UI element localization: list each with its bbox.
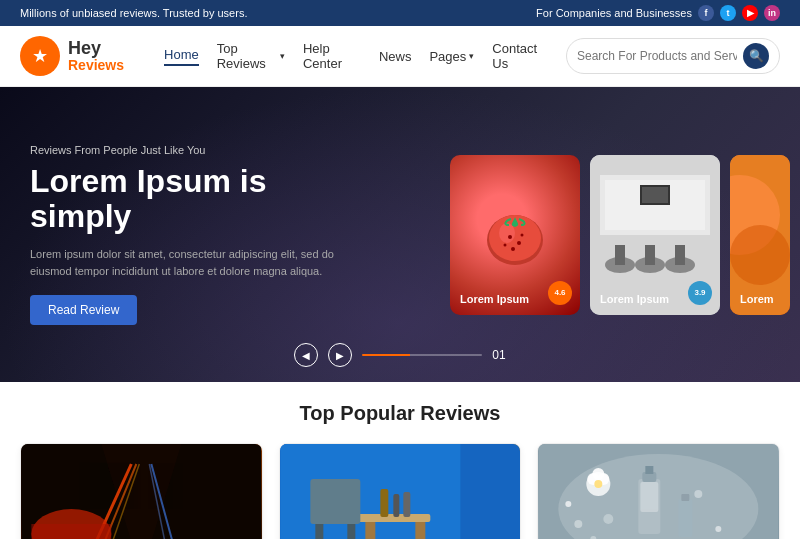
- search-box: 🔍: [566, 38, 780, 74]
- svg-point-4: [517, 241, 521, 245]
- product-card-1[interactable]: Product Title Here Product Category 4.3: [20, 443, 263, 539]
- svg-rect-33: [350, 514, 430, 522]
- svg-point-5: [511, 247, 515, 251]
- svg-point-2: [499, 223, 515, 243]
- hero-title: Lorem Ipsum is simply: [30, 164, 350, 234]
- search-input[interactable]: [577, 49, 737, 63]
- svg-point-21: [730, 225, 790, 285]
- main-nav: Home Top Reviews ▾ Help Center News Page…: [164, 41, 546, 71]
- svg-rect-37: [393, 494, 399, 517]
- nav-help-center[interactable]: Help Center: [303, 41, 361, 71]
- svg-rect-34: [365, 522, 375, 539]
- svg-point-49: [716, 526, 722, 532]
- logo[interactable]: ★ Hey Reviews: [20, 36, 124, 76]
- svg-rect-55: [682, 494, 690, 501]
- logo-icon: ★: [20, 36, 60, 76]
- svg-rect-40: [315, 524, 323, 539]
- nav-contact[interactable]: Contact Us: [492, 41, 546, 71]
- slider-progress: [362, 354, 482, 356]
- svg-point-46: [604, 514, 614, 524]
- top-bar: Millions of unbiased reviews. Trusted by…: [0, 0, 800, 26]
- product-image-1: [21, 444, 262, 539]
- svg-rect-38: [403, 492, 410, 517]
- card-2-label: Lorem Ipsum: [600, 293, 669, 305]
- header: ★ Hey Reviews Home Top Reviews ▾ Help Ce…: [0, 26, 800, 87]
- svg-point-6: [521, 233, 524, 236]
- twitter-icon[interactable]: t: [720, 5, 736, 21]
- svg-rect-52: [646, 466, 654, 474]
- hero-tag: Reviews From People Just Like You: [30, 144, 350, 156]
- svg-point-60: [595, 480, 603, 488]
- hero-content: Reviews From People Just Like You Lorem …: [0, 114, 380, 355]
- svg-rect-39: [310, 479, 360, 524]
- card-2-badge: 3.9: [688, 281, 712, 305]
- product-image-3: [538, 444, 779, 539]
- svg-point-7: [504, 243, 507, 246]
- logo-star: ★: [32, 45, 48, 67]
- nav-news[interactable]: News: [379, 49, 412, 64]
- hero-section: Reviews From People Just Like You Lorem …: [0, 87, 800, 382]
- instagram-icon[interactable]: in: [764, 5, 780, 21]
- svg-point-3: [508, 235, 512, 239]
- card-1-badge: 4.6: [548, 281, 572, 305]
- svg-rect-35: [415, 522, 425, 539]
- svg-rect-30: [31, 524, 111, 539]
- facebook-icon[interactable]: f: [698, 5, 714, 21]
- logo-hey: Hey: [68, 39, 124, 57]
- hero-card-1[interactable]: Lorem Ipsum 4.6: [450, 155, 580, 315]
- top-bar-right: For Companies and Businesses f t ▶ in: [536, 5, 780, 21]
- search-icon: 🔍: [749, 49, 764, 63]
- svg-rect-18: [675, 245, 685, 265]
- popular-title: Top Popular Reviews: [20, 402, 780, 425]
- top-bar-left: Millions of unbiased reviews. Trusted by…: [20, 7, 247, 19]
- slider-number: 01: [492, 348, 505, 362]
- svg-point-48: [695, 490, 703, 498]
- nav-top-reviews[interactable]: Top Reviews ▾: [217, 41, 285, 71]
- search-button[interactable]: 🔍: [743, 43, 769, 69]
- product-card-3[interactable]: Product Title Here Product Category 3.9: [537, 443, 780, 539]
- logo-reviews: Reviews: [68, 57, 124, 73]
- chevron-down-icon-2: ▾: [469, 51, 474, 61]
- svg-rect-53: [641, 482, 659, 512]
- svg-rect-54: [679, 499, 693, 537]
- card-1-label: Lorem Ipsum: [460, 293, 529, 305]
- product-image-2: [280, 444, 521, 539]
- chevron-down-icon: ▾: [280, 51, 285, 61]
- svg-rect-41: [347, 524, 355, 539]
- nav-home[interactable]: Home: [164, 47, 199, 66]
- hero-cards: Lorem Ipsum 4.6: [440, 87, 800, 382]
- hero-card-3[interactable]: Lorem: [730, 155, 790, 315]
- top-bar-companies: For Companies and Businesses: [536, 7, 692, 19]
- read-review-button[interactable]: Read Review: [30, 295, 137, 325]
- svg-rect-36: [380, 489, 388, 517]
- logo-text: Hey Reviews: [68, 39, 124, 73]
- youtube-icon[interactable]: ▶: [742, 5, 758, 21]
- card-3-label: Lorem: [740, 293, 774, 305]
- nav-pages[interactable]: Pages ▾: [429, 49, 474, 64]
- svg-point-44: [575, 520, 583, 528]
- svg-rect-16: [645, 245, 655, 265]
- hero-description: Lorem ipsum dolor sit amet, consectetur …: [30, 246, 350, 279]
- svg-point-59: [593, 468, 605, 480]
- svg-point-47: [566, 501, 572, 507]
- product-card-2[interactable]: Product Title Here Product Category 4.2: [279, 443, 522, 539]
- popular-section: Top Popular Reviews: [0, 382, 800, 539]
- products-grid: Product Title Here Product Category 4.3: [20, 443, 780, 539]
- orange-image: [730, 155, 790, 315]
- svg-rect-14: [615, 245, 625, 265]
- svg-rect-12: [642, 187, 668, 203]
- hero-card-2[interactable]: Lorem Ipsum 3.9: [590, 155, 720, 315]
